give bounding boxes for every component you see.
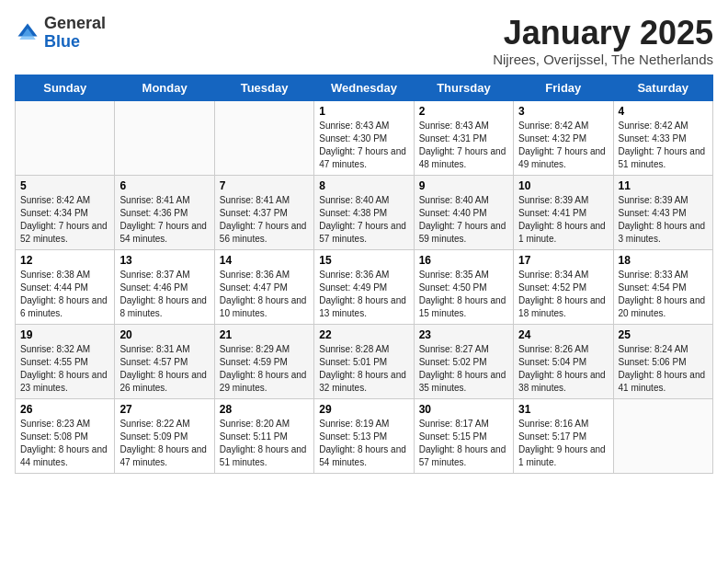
calendar-cell [214, 100, 313, 175]
calendar-cell: 25Sunrise: 8:24 AM Sunset: 5:06 PM Dayli… [613, 324, 712, 398]
day-number: 16 [419, 254, 508, 267]
day-number: 27 [119, 403, 209, 416]
logo: General Blue [15, 15, 106, 52]
day-info: Sunrise: 8:23 AM Sunset: 5:08 PM Dayligh… [20, 418, 109, 469]
calendar-cell: 31Sunrise: 8:16 AM Sunset: 5:17 PM Dayli… [514, 398, 613, 473]
day-info: Sunrise: 8:40 AM Sunset: 4:40 PM Dayligh… [419, 194, 508, 246]
calendar-header-row: SundayMondayTuesdayWednesdayThursdayFrid… [16, 75, 713, 100]
logo-blue-text: Blue [44, 33, 106, 52]
day-info: Sunrise: 8:35 AM Sunset: 4:50 PM Dayligh… [419, 269, 508, 320]
day-number: 20 [119, 328, 209, 341]
col-header-saturday: Saturday [613, 75, 712, 100]
day-info: Sunrise: 8:42 AM Sunset: 4:34 PM Dayligh… [20, 194, 109, 246]
logo-general-text: General [44, 15, 106, 33]
day-number: 21 [220, 328, 309, 341]
calendar-cell: 17Sunrise: 8:34 AM Sunset: 4:52 PM Dayli… [514, 249, 613, 324]
col-header-thursday: Thursday [414, 75, 513, 100]
day-info: Sunrise: 8:24 AM Sunset: 5:06 PM Dayligh… [619, 343, 708, 395]
day-info: Sunrise: 8:41 AM Sunset: 4:36 PM Dayligh… [119, 194, 209, 246]
day-number: 29 [319, 403, 408, 416]
calendar-cell: 30Sunrise: 8:17 AM Sunset: 5:15 PM Dayli… [414, 398, 513, 473]
day-info: Sunrise: 8:20 AM Sunset: 5:11 PM Dayligh… [220, 418, 309, 469]
day-number: 4 [619, 105, 708, 118]
day-info: Sunrise: 8:29 AM Sunset: 4:59 PM Dayligh… [220, 343, 309, 395]
logo-icon [15, 20, 40, 46]
day-info: Sunrise: 8:36 AM Sunset: 4:49 PM Dayligh… [319, 269, 408, 320]
day-info: Sunrise: 8:32 AM Sunset: 4:55 PM Dayligh… [20, 343, 109, 395]
day-number: 23 [419, 328, 508, 341]
col-header-friday: Friday [514, 75, 613, 100]
day-info: Sunrise: 8:42 AM Sunset: 4:32 PM Dayligh… [518, 120, 608, 171]
day-number: 10 [518, 179, 608, 192]
calendar-cell: 1Sunrise: 8:43 AM Sunset: 4:30 PM Daylig… [314, 100, 414, 175]
day-info: Sunrise: 8:42 AM Sunset: 4:33 PM Dayligh… [619, 120, 708, 171]
day-number: 22 [319, 328, 408, 341]
calendar-cell: 24Sunrise: 8:26 AM Sunset: 5:04 PM Dayli… [514, 324, 613, 398]
calendar-cell: 21Sunrise: 8:29 AM Sunset: 4:59 PM Dayli… [214, 324, 313, 398]
col-header-sunday: Sunday [16, 75, 115, 100]
col-header-wednesday: Wednesday [314, 75, 414, 100]
calendar-cell: 14Sunrise: 8:36 AM Sunset: 4:47 PM Dayli… [214, 249, 313, 324]
calendar-cell: 5Sunrise: 8:42 AM Sunset: 4:34 PM Daylig… [16, 175, 115, 249]
day-number: 9 [419, 179, 508, 192]
day-info: Sunrise: 8:31 AM Sunset: 4:57 PM Dayligh… [119, 343, 209, 395]
day-number: 30 [419, 403, 508, 416]
calendar-week-2: 5Sunrise: 8:42 AM Sunset: 4:34 PM Daylig… [16, 175, 713, 249]
day-number: 13 [119, 254, 209, 267]
day-info: Sunrise: 8:39 AM Sunset: 4:41 PM Dayligh… [518, 194, 608, 246]
day-info: Sunrise: 8:43 AM Sunset: 4:31 PM Dayligh… [419, 120, 508, 171]
day-info: Sunrise: 8:19 AM Sunset: 5:13 PM Dayligh… [319, 418, 408, 469]
calendar-cell: 27Sunrise: 8:22 AM Sunset: 5:09 PM Dayli… [115, 398, 214, 473]
calendar-cell: 28Sunrise: 8:20 AM Sunset: 5:11 PM Dayli… [214, 398, 313, 473]
calendar-cell: 6Sunrise: 8:41 AM Sunset: 4:36 PM Daylig… [115, 175, 214, 249]
day-number: 18 [619, 254, 708, 267]
calendar-week-4: 19Sunrise: 8:32 AM Sunset: 4:55 PM Dayli… [16, 324, 713, 398]
day-number: 2 [419, 105, 508, 118]
calendar-cell: 11Sunrise: 8:39 AM Sunset: 4:43 PM Dayli… [613, 175, 712, 249]
day-number: 14 [220, 254, 309, 267]
day-number: 6 [119, 179, 209, 192]
page-header: General Blue January 2025 Nijrees, Overi… [15, 15, 713, 67]
day-info: Sunrise: 8:34 AM Sunset: 4:52 PM Dayligh… [518, 269, 608, 320]
day-number: 28 [220, 403, 309, 416]
day-number: 1 [319, 105, 408, 118]
day-info: Sunrise: 8:43 AM Sunset: 4:30 PM Dayligh… [319, 120, 408, 171]
day-number: 15 [319, 254, 408, 267]
day-number: 3 [518, 105, 608, 118]
day-info: Sunrise: 8:36 AM Sunset: 4:47 PM Dayligh… [220, 269, 309, 320]
title-block: January 2025 Nijrees, Overijssel, The Ne… [493, 15, 713, 67]
day-info: Sunrise: 8:39 AM Sunset: 4:43 PM Dayligh… [619, 194, 708, 246]
calendar-cell: 22Sunrise: 8:28 AM Sunset: 5:01 PM Dayli… [314, 324, 414, 398]
calendar-cell: 15Sunrise: 8:36 AM Sunset: 4:49 PM Dayli… [314, 249, 414, 324]
day-number: 12 [20, 254, 109, 267]
calendar-cell: 20Sunrise: 8:31 AM Sunset: 4:57 PM Dayli… [115, 324, 214, 398]
day-number: 19 [20, 328, 109, 341]
calendar-cell: 2Sunrise: 8:43 AM Sunset: 4:31 PM Daylig… [414, 100, 513, 175]
calendar-cell: 23Sunrise: 8:27 AM Sunset: 5:02 PM Dayli… [414, 324, 513, 398]
calendar-cell: 7Sunrise: 8:41 AM Sunset: 4:37 PM Daylig… [214, 175, 313, 249]
calendar-cell: 26Sunrise: 8:23 AM Sunset: 5:08 PM Dayli… [16, 398, 115, 473]
day-info: Sunrise: 8:28 AM Sunset: 5:01 PM Dayligh… [319, 343, 408, 395]
calendar-cell: 10Sunrise: 8:39 AM Sunset: 4:41 PM Dayli… [514, 175, 613, 249]
calendar-table: SundayMondayTuesdayWednesdayThursdayFrid… [15, 75, 713, 474]
day-number: 11 [619, 179, 708, 192]
col-header-tuesday: Tuesday [214, 75, 313, 100]
calendar-cell [115, 100, 214, 175]
calendar-cell: 9Sunrise: 8:40 AM Sunset: 4:40 PM Daylig… [414, 175, 513, 249]
calendar-cell: 18Sunrise: 8:33 AM Sunset: 4:54 PM Dayli… [613, 249, 712, 324]
day-info: Sunrise: 8:41 AM Sunset: 4:37 PM Dayligh… [220, 194, 309, 246]
calendar-week-1: 1Sunrise: 8:43 AM Sunset: 4:30 PM Daylig… [16, 100, 713, 175]
day-info: Sunrise: 8:17 AM Sunset: 5:15 PM Dayligh… [419, 418, 508, 469]
day-info: Sunrise: 8:16 AM Sunset: 5:17 PM Dayligh… [518, 418, 608, 469]
calendar-cell: 3Sunrise: 8:42 AM Sunset: 4:32 PM Daylig… [514, 100, 613, 175]
calendar-week-5: 26Sunrise: 8:23 AM Sunset: 5:08 PM Dayli… [16, 398, 713, 473]
day-info: Sunrise: 8:27 AM Sunset: 5:02 PM Dayligh… [419, 343, 508, 395]
day-number: 26 [20, 403, 109, 416]
day-info: Sunrise: 8:38 AM Sunset: 4:44 PM Dayligh… [20, 269, 109, 320]
calendar-cell: 8Sunrise: 8:40 AM Sunset: 4:38 PM Daylig… [314, 175, 414, 249]
day-info: Sunrise: 8:22 AM Sunset: 5:09 PM Dayligh… [119, 418, 209, 469]
day-number: 25 [619, 328, 708, 341]
day-number: 7 [220, 179, 309, 192]
month-title: January 2025 [493, 15, 713, 52]
calendar-cell: 13Sunrise: 8:37 AM Sunset: 4:46 PM Dayli… [115, 249, 214, 324]
